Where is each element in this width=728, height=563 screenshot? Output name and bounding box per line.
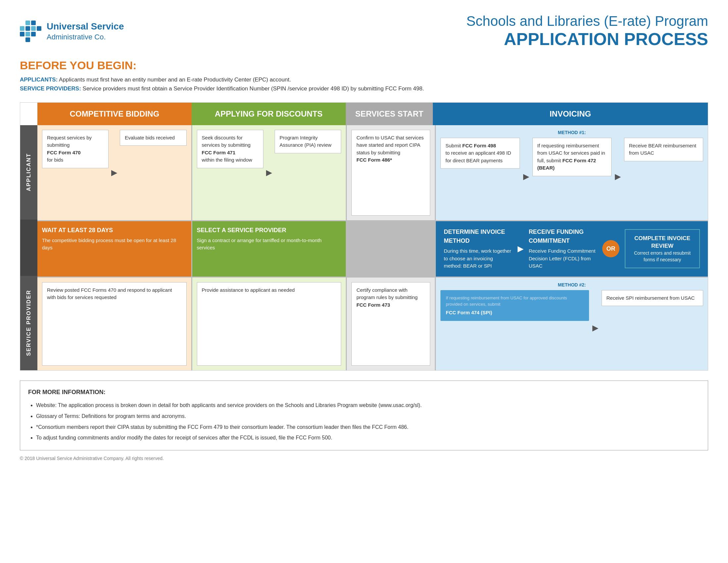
- inv-funding-sub: Receive Funding Commitment Decision Lett…: [529, 247, 597, 270]
- complete-review-box: COMPLETE INVOICE REVIEW Correct errors a…: [625, 229, 700, 268]
- applicant-label-text: APPLICANT: [25, 153, 32, 191]
- card-fcc470-sub: for bids: [47, 157, 63, 163]
- arrow-icon-5: ▶: [518, 244, 523, 253]
- inv-complete-area: COMPLETE INVOICE REVIEW Correct errors a…: [625, 229, 700, 268]
- invoicing-method2-flow: If requesting reimbursement from USAC fo…: [440, 290, 703, 366]
- applicant-invoicing: METHOD #1: Submit FCC Form 498 to receiv…: [436, 125, 708, 220]
- method1-label: METHOD #1:: [440, 130, 703, 135]
- inv-method1-flow: DETERMINE INVOICE METHOD During this tim…: [444, 227, 512, 270]
- card-pia-text: Program Integrity Assurance (PIA) review: [280, 135, 332, 148]
- competitive-flow: Request services by submitting FCC Form …: [42, 130, 187, 215]
- card-spi-text: Receive SPI reimbursement from USAC: [607, 295, 695, 301]
- card-fcc473-form: FCC Form 473: [356, 302, 390, 308]
- card-provider-assist-text: Provide assistance to applicant as neede…: [202, 287, 295, 293]
- before-applicants: APPLICANTS: Applicants must first have a…: [20, 75, 708, 84]
- logo-line2: Administrative Co.: [47, 32, 124, 42]
- card-fcc498: Submit FCC Form 498 to receive an applic…: [440, 138, 520, 169]
- side-labels: APPLICANT SERVICE PROVIDER: [20, 125, 37, 370]
- or-circle: OR: [602, 240, 619, 257]
- inv-method2-label: If requesting reimbursement from USAC fo…: [446, 295, 583, 308]
- inv-funding-title: RECEIVE FUNDING COMMITMENT: [529, 227, 597, 245]
- header-services: SERVICES START: [346, 103, 433, 125]
- card-fcc470-form: FCC Form 470: [47, 150, 81, 155]
- card-bear-text: Receive BEAR reimbursement from USAC: [629, 143, 696, 156]
- card-fcc498-title: Submit: [445, 143, 461, 148]
- card-fcc498-sub: to receive an applicant 498 ID for direc…: [445, 150, 511, 163]
- card-pia: Program Integrity Assurance (PIA) review: [275, 130, 341, 153]
- provider-competitive: Review posted FCC Forms 470 and respond …: [37, 277, 192, 370]
- header-applying: APPLYING FOR DISCOUNTS: [192, 103, 346, 125]
- mid-app-content: SELECT A SERVICE PROVIDER Sign a contrac…: [197, 226, 341, 272]
- complete-review-title: COMPLETE INVOICE REVIEW: [630, 234, 695, 250]
- more-info-heading: FOR MORE INFORMATION:: [28, 387, 700, 398]
- mid-inv-content: DETERMINE INVOICE METHOD During this tim…: [440, 226, 703, 272]
- logo-text: Universal Service Administrative Co.: [47, 21, 124, 42]
- before-heading: BEFORE YOU BEGIN:: [20, 59, 708, 72]
- process-content: APPLICANT SERVICE PROVIDER Request servi…: [20, 125, 708, 370]
- logo-line1: Universal Service: [47, 21, 124, 32]
- column-headers: COMPETITIVE BIDDING APPLYING FOR DISCOUN…: [20, 103, 708, 125]
- provider-services: Certify compliance with program rules by…: [347, 277, 436, 370]
- applying-flow: Seek discounts for services by submittin…: [197, 130, 341, 215]
- more-info-item-3: *Consortium members report their CIPA st…: [36, 423, 700, 432]
- card-provider-bid: Review posted FCC Forms 470 and respond …: [42, 282, 187, 366]
- more-info-list: Website: The application process is brok…: [28, 401, 700, 443]
- title-line2: APPLICATION PROCESS: [466, 29, 708, 49]
- card-fcc472: If requesting reimbursement from USAC fo…: [532, 138, 612, 176]
- more-info-item-1: Website: The application process is brok…: [36, 401, 700, 410]
- mid-invoicing: DETERMINE INVOICE METHOD During this tim…: [436, 221, 708, 276]
- arrow-icon-1: ▶: [111, 168, 117, 177]
- card-fcc471-title: Seek discounts for services by submittin…: [202, 135, 251, 148]
- method2-label: METHOD #2:: [440, 282, 703, 288]
- title-line1: Schools and Libraries (E-rate) Program: [466, 13, 708, 29]
- more-info-item-4: To adjust funding commitments and/or mod…: [36, 433, 700, 443]
- card-fcc486-form: FCC Form 486*: [356, 157, 392, 163]
- card-fcc486-title: Confirm to USAC that services have start…: [356, 135, 424, 155]
- applicant-services: Confirm to USAC that services have start…: [347, 125, 436, 220]
- card-fcc498-form: FCC Form 498: [462, 143, 496, 148]
- card-bear: Receive BEAR reimbursement from USAC: [624, 138, 703, 161]
- page-header: Universal Service Administrative Co. Sch…: [20, 13, 708, 49]
- providers-label: SERVICE PROVIDERS:: [20, 85, 81, 92]
- process-diagram: COMPETITIVE BIDDING APPLYING FOR DISCOUN…: [20, 102, 708, 370]
- mid-app-title: SELECT A SERVICE PROVIDER: [197, 226, 341, 235]
- provider-row: Review posted FCC Forms 470 and respond …: [37, 277, 708, 370]
- page-title-area: Schools and Libraries (E-rate) Program A…: [466, 13, 708, 49]
- mid-competitive: WAIT AT LEAST 28 DAYS The competitive bi…: [37, 221, 192, 276]
- provider-label-text: SERVICE PROVIDER: [25, 290, 32, 356]
- mid-comp-content: WAIT AT LEAST 28 DAYS The competitive bi…: [42, 226, 187, 272]
- applicants-text: Applicants must first have an entity num…: [59, 76, 291, 83]
- arrow-icon-2: ▶: [266, 168, 272, 177]
- mid-app-sub: Sign a contract or arrange for tarriffed…: [197, 237, 341, 252]
- card-fcc473-title: Certify compliance with program rules by…: [356, 287, 418, 301]
- provider-invoicing: METHOD #2: If requesting reimbursement f…: [436, 277, 708, 370]
- card-fcc471-sub: within the filing window: [202, 157, 252, 163]
- or-connector: OR: [602, 240, 619, 257]
- label-provider: SERVICE PROVIDER: [20, 276, 37, 370]
- card-fcc470: Request services by submitting FCC Form …: [42, 130, 109, 168]
- card-fcc474: If requesting reimbursement from USAC fo…: [440, 290, 589, 321]
- arrow-icon-6: ▶: [592, 323, 598, 333]
- mid-applying: SELECT A SERVICE PROVIDER Sign a contrac…: [192, 221, 347, 276]
- inv-determine-sub: During this time, work together to choos…: [444, 247, 512, 270]
- invoicing-provider-content: METHOD #2: If requesting reimbursement f…: [440, 282, 703, 366]
- more-info-box: FOR MORE INFORMATION: Website: The appli…: [20, 381, 708, 451]
- applicant-row: Request services by submitting FCC Form …: [37, 125, 708, 221]
- logo-area: Universal Service Administrative Co.: [20, 21, 124, 42]
- applicants-label: APPLICANTS:: [20, 76, 58, 83]
- inv-funding-box: RECEIVE FUNDING COMMITMENT Receive Fundi…: [529, 227, 597, 270]
- card-provider-assist: Provide assistance to applicant as neede…: [197, 282, 341, 366]
- card-fcc471-form: FCC Form 471: [202, 150, 236, 155]
- providers-text: Service providers must first obtain a Se…: [83, 85, 424, 92]
- more-info-section: FOR MORE INFORMATION: Website: The appli…: [20, 381, 708, 451]
- card-fcc471: Seek discounts for services by submittin…: [197, 130, 263, 168]
- logo-icon: [20, 21, 41, 42]
- label-middle: [20, 219, 37, 276]
- complete-review-sub: Correct errors and resubmit forms if nec…: [630, 250, 695, 263]
- inv-funding-content: RECEIVE FUNDING COMMITMENT Receive Fundi…: [529, 227, 597, 270]
- invoicing-applicant-content: METHOD #1: Submit FCC Form 498 to receiv…: [440, 130, 703, 215]
- mid-comp-title: WAIT AT LEAST 28 DAYS: [42, 226, 187, 235]
- rows-stack: Request services by submitting FCC Form …: [37, 125, 708, 370]
- middle-row: WAIT AT LEAST 28 DAYS The competitive bi…: [37, 221, 708, 277]
- arrow-icon-3: ▶: [523, 172, 529, 181]
